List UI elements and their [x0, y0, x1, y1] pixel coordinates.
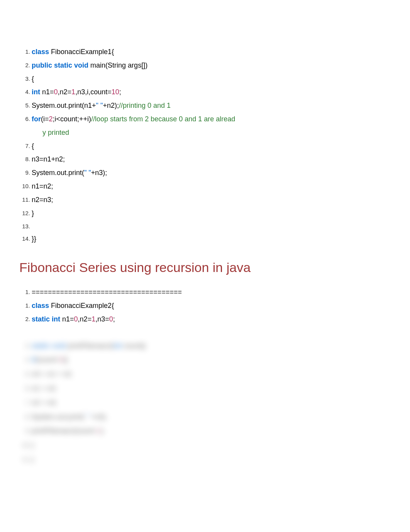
code-line: 6. n1 = n2;	[19, 383, 391, 394]
line-number: 6.	[19, 114, 30, 124]
line-number: 11.	[19, 194, 30, 204]
code-line: 5. n3 = n1 + n2;	[19, 369, 391, 380]
line-number: 1.	[19, 46, 30, 56]
line-number: 2.	[19, 60, 30, 70]
code-block-1: 1.class FibonacciExample1{2.public stati…	[19, 46, 391, 245]
line-number: 7.	[19, 141, 30, 151]
line-number: 9.	[19, 167, 30, 177]
line-number: 3.	[19, 73, 30, 83]
code-line: 12. }	[19, 208, 391, 219]
code-content: static void printFibonacci(int count){	[32, 340, 391, 352]
line-number: 14.	[19, 233, 30, 243]
line-number: 5.	[19, 100, 30, 110]
code-line: 1.class FibonacciExample1{	[19, 46, 391, 58]
line-number: 11.	[19, 454, 30, 464]
code-line: 3. static void printFibonacci(int count)…	[19, 340, 391, 352]
code-line: 10. }	[19, 440, 391, 451]
code-content: n3 = n1 + n2;	[32, 369, 391, 380]
code-content: for(i=2;i<count;++i)//loop starts from 2…	[32, 114, 391, 125]
code-content: class FibonacciExample2{	[32, 300, 391, 311]
code-line: 8. System.out.print(" "+n3);	[19, 411, 391, 423]
line-number: 9.	[19, 425, 30, 435]
code-content: n2=n3;	[32, 194, 391, 206]
code-line: 2. static int n1=0,n2=1,n3=0;	[19, 314, 391, 325]
code-content: printFibonacci(count-1);	[32, 425, 391, 437]
code-line: 13.	[19, 221, 391, 231]
code-line: 6. for(i=2;i<count;++i)//loop starts fro…	[19, 114, 391, 125]
code-content: int n1=0,n2=1,n3,i,count=10;	[32, 87, 391, 98]
line-number: 12.	[19, 208, 30, 218]
line-number: 8.	[19, 154, 30, 164]
code-content: public static void main(String args[])	[32, 60, 391, 71]
code-content: n3=n1+n2;	[32, 154, 391, 165]
code-line: 14.}}	[19, 233, 391, 245]
line-number: 1.	[19, 300, 30, 310]
code-content: static int n1=0,n2=1,n3=0;	[32, 314, 391, 325]
code-content: }}	[32, 233, 391, 245]
code-content: }	[32, 454, 391, 465]
code-content: }	[32, 440, 391, 451]
code-line: 4. if(count>0){	[19, 354, 391, 365]
line-number: 1.	[19, 287, 30, 297]
line-number: 10.	[19, 181, 30, 191]
line-number: 5.	[19, 369, 30, 379]
wrapped-line: y printed	[19, 127, 391, 138]
code-line: 7. n2 = n3;	[19, 397, 391, 408]
code-line: 1.class FibonacciExample2{	[19, 300, 391, 311]
code-content: class FibonacciExample1{	[32, 46, 391, 58]
line-number: 10.	[19, 440, 30, 450]
code-content: n1 = n2;	[32, 383, 391, 394]
code-content: System.out.print(" "+n3);	[32, 411, 391, 423]
code-line: 4. int n1=0,n2=1,n3,i,count=10;	[19, 87, 391, 98]
code-line: 11. }	[19, 454, 391, 465]
code-block-2: 1.=====================================1…	[19, 287, 391, 325]
line-number: 3.	[19, 340, 30, 350]
line-number: 6.	[19, 383, 30, 393]
code-line: 9. printFibonacci(count-1);	[19, 425, 391, 437]
line-number: 8.	[19, 411, 30, 422]
code-line: 2.public static void main(String args[])	[19, 60, 391, 71]
line-number: 7.	[19, 397, 30, 407]
code-content: {	[32, 73, 391, 85]
code-content: n2 = n3;	[32, 397, 391, 408]
code-content: if(count>0){	[32, 354, 391, 365]
code-content: =====================================	[32, 287, 391, 298]
line-number: 13.	[19, 221, 30, 231]
code-line: 9. System.out.print(" "+n3);	[19, 167, 391, 178]
code-content: n1=n2;	[32, 181, 391, 192]
code-line: 3. {	[19, 73, 391, 85]
line-number: 2.	[19, 314, 30, 324]
line-number: 4.	[19, 354, 30, 364]
code-line: 5. System.out.print(n1+" "+n2);//printin…	[19, 100, 391, 111]
line-number: 4.	[19, 87, 30, 97]
code-line: 7. {	[19, 141, 391, 152]
code-content: System.out.print(" "+n3);	[32, 167, 391, 178]
code-content: {	[32, 141, 391, 152]
code-content: }	[32, 208, 391, 219]
code-content: System.out.print(n1+" "+n2);//printing 0…	[32, 100, 391, 111]
code-line: 8. n3=n1+n2;	[19, 154, 391, 165]
section-heading: Fibonacci Series using recursion in java	[19, 260, 391, 275]
code-line: 10. n1=n2;	[19, 181, 391, 192]
code-line: 11. n2=n3;	[19, 194, 391, 206]
blurred-code-block: 3. static void printFibonacci(int count)…	[19, 340, 391, 465]
code-line: 1.=====================================	[19, 287, 391, 298]
